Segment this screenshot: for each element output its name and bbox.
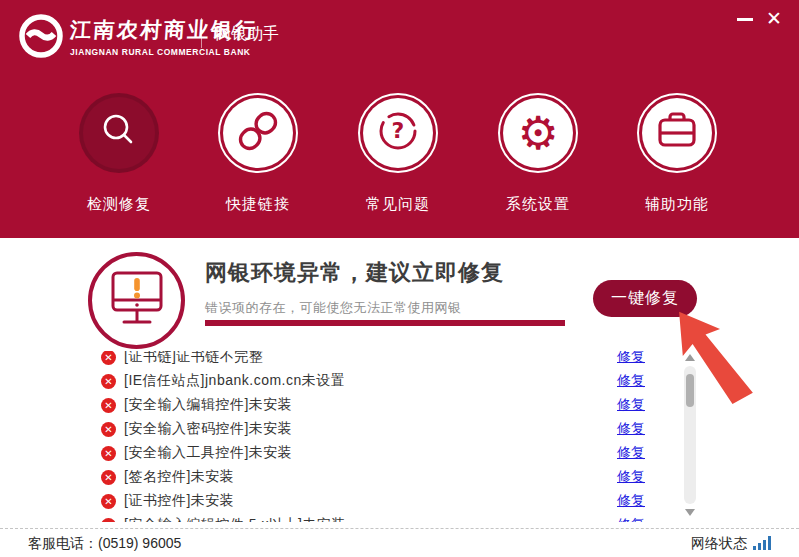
error-x-icon: ✕ (101, 494, 116, 509)
issue-text: [安全输入编辑控件]未安装 (124, 396, 292, 414)
issue-text: [安全输入编辑控件 5.x以上]未安装 (124, 516, 346, 522)
minimize-button[interactable] (733, 6, 757, 30)
nav-label: 常见问题 (328, 195, 468, 214)
chain-link-icon (234, 107, 282, 159)
issue-text: [安全输入密码控件]未安装 (124, 420, 292, 438)
svg-text:?: ? (392, 118, 405, 143)
service-phone-number: (0519) 96005 (98, 535, 181, 551)
bank-logo-icon (18, 13, 64, 63)
nav-item-quick-links[interactable]: 快捷链接 (188, 93, 328, 214)
nav-item-detect-repair[interactable]: 检测修复 (49, 93, 189, 214)
scroll-down-icon[interactable] (685, 509, 695, 516)
scroll-up-icon[interactable] (685, 354, 695, 361)
issue-text: [证书链]证书链不完整 (124, 351, 263, 366)
nav-circle-active (79, 93, 159, 173)
scrollbar-track[interactable] (684, 366, 696, 504)
issue-row: ✕ [签名控件]未安装 修复 (101, 465, 661, 489)
scrollbar-thumb[interactable] (686, 374, 694, 407)
app-title: 网银助手 (215, 24, 279, 45)
brand-name-en: JIANGNAN RURAL COMMERCIAL BANK (70, 47, 258, 57)
signal-bars-icon (753, 536, 771, 554)
accent-bar (205, 320, 565, 326)
repair-link[interactable]: 修复 (617, 492, 645, 510)
app-window: 江南农村商业银行 JIANGNAN RURAL COMMERCIAL BANK … (0, 0, 799, 557)
issue-text: [证书控件]未安装 (124, 492, 234, 510)
nav-circle (218, 93, 298, 173)
issue-row: ✕ [安全输入密码控件]未安装 修复 (101, 417, 661, 441)
issue-text: [签名控件]未安装 (124, 468, 234, 486)
briefcase-icon (653, 107, 701, 159)
hero-subtitle: 错误项的存在，可能使您无法正常使用网银 (205, 299, 462, 317)
error-x-icon: ✕ (101, 374, 116, 389)
nav-circle: ? (358, 93, 438, 173)
nav-label: 辅助功能 (607, 195, 747, 214)
nav-circle: ⚙ (498, 93, 578, 173)
error-x-icon: ✕ (101, 422, 116, 437)
header-area: 江南农村商业银行 JIANGNAN RURAL COMMERCIAL BANK … (0, 0, 799, 238)
nav-label: 快捷链接 (188, 195, 328, 214)
service-phone: 客服电话：(0519) 96005 (28, 529, 181, 557)
repair-link[interactable]: 修复 (617, 468, 645, 486)
magnifier-icon (97, 109, 141, 157)
error-x-icon: ✕ (101, 351, 116, 365)
repair-link[interactable]: 修复 (617, 516, 645, 522)
issue-row: ✕ [证书控件]未安装 修复 (101, 489, 661, 513)
hero-title: 网银环境异常，建议立即修复 (205, 258, 504, 288)
issue-text: [IE信任站点]jnbank.com.cn未设置 (124, 372, 345, 390)
monitor-warning-icon (88, 252, 185, 349)
error-x-icon: ✕ (101, 470, 116, 485)
repair-link[interactable]: 修复 (617, 420, 645, 438)
one-click-repair-button[interactable]: 一键修复 (593, 280, 697, 317)
issue-list-scrollbar (683, 352, 697, 518)
repair-link[interactable]: 修复 (617, 444, 645, 462)
minimize-icon (737, 18, 753, 21)
repair-link[interactable]: 修复 (617, 396, 645, 414)
network-status-label: 网络状态 (691, 529, 747, 557)
error-x-icon: ✕ (101, 446, 116, 461)
issue-row: ✕ [安全输入编辑控件 5.x以上]未安装 修复 (101, 513, 661, 522)
statusbar: 客服电话：(0519) 96005 网络状态 (0, 529, 799, 557)
nav-circle (637, 93, 717, 173)
error-x-icon: ✕ (101, 398, 116, 413)
nav-item-system-settings[interactable]: ⚙ 系统设置 (468, 93, 608, 214)
nav-label: 检测修复 (49, 195, 189, 214)
issue-text: [安全输入工具控件]未安装 (124, 444, 292, 462)
repair-link[interactable]: 修复 (617, 351, 645, 366)
error-x-icon: ✕ (101, 518, 116, 523)
issue-row: ✕ [安全输入工具控件]未安装 修复 (101, 441, 661, 465)
issue-row: ✕ [证书链]证书链不完整 修复 (101, 351, 661, 369)
header-divider (201, 18, 202, 48)
nav-label: 系统设置 (468, 195, 608, 214)
issue-row: ✕ [安全输入编辑控件]未安装 修复 (101, 393, 661, 417)
service-phone-label: 客服电话： (28, 535, 98, 551)
nav-item-aux-functions[interactable]: 辅助功能 (607, 93, 747, 214)
close-button[interactable]: ✕ (761, 6, 787, 32)
question-icon: ? (374, 107, 422, 159)
nav-item-faq[interactable]: ? 常见问题 (328, 93, 468, 214)
gear-icon: ⚙ (517, 104, 558, 162)
repair-link[interactable]: 修复 (617, 372, 645, 390)
issue-row: ✕ [IE信任站点]jnbank.com.cn未设置 修复 (101, 369, 661, 393)
issue-list: ✕ [证书链]证书链不完整 修复 ✕ [IE信任站点]jnbank.com.cn… (101, 351, 661, 522)
